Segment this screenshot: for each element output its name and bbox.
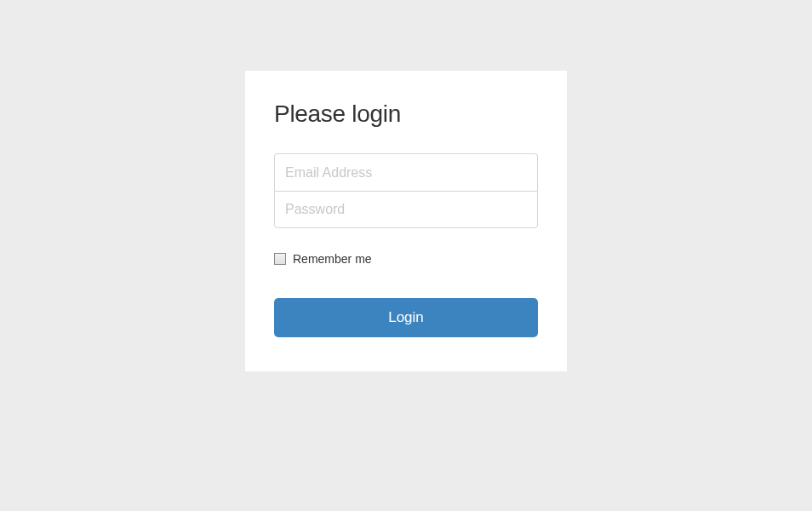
login-card: Please login Remember me Login	[245, 71, 567, 371]
login-button[interactable]: Login	[274, 298, 538, 337]
email-field[interactable]	[274, 153, 538, 191]
remember-me-checkbox[interactable]	[274, 253, 286, 265]
remember-me-row: Remember me	[274, 252, 538, 266]
password-field[interactable]	[274, 191, 538, 228]
credentials-input-group	[274, 153, 538, 228]
remember-me-label: Remember me	[293, 252, 372, 266]
login-title: Please login	[274, 100, 538, 128]
